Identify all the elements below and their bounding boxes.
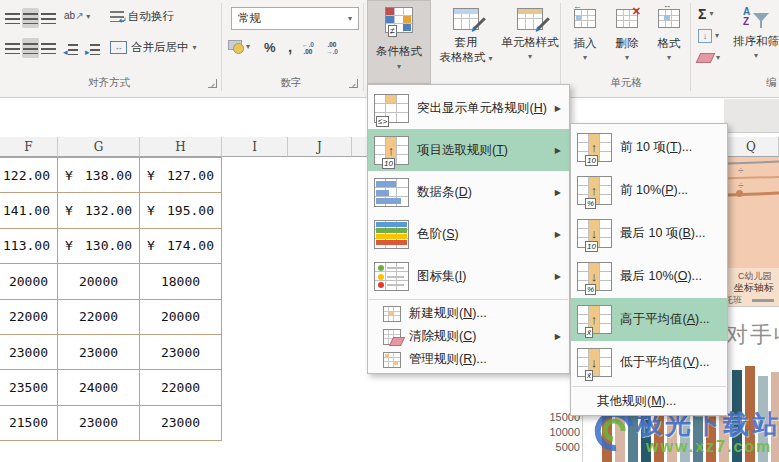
table-cell[interactable]: 23000 [140,406,222,441]
y-tick: 10000 [544,425,580,440]
table-cell[interactable]: 18000 [140,264,222,299]
column-header-h[interactable]: H [140,137,222,157]
insert-cells-button[interactable]: ← 插入 ▾ [565,0,605,84]
below-average-icon: ↓x̄ [577,348,612,377]
table-cell[interactable]: 24000 [58,370,140,405]
submenu-item-more-rules[interactable]: 其他规则(M)... [571,389,727,413]
table-cell[interactable]: 113.00 [0,229,58,264]
merge-center-button[interactable]: ↔ 合并后居中 ▾ [110,40,197,55]
bottom-10-items-icon: ↓10 [577,219,612,248]
table-cell[interactable]: 22000 [140,370,222,405]
menu-item-highlight-cells-rules[interactable]: ≤> 突出显示单元格规则(H) ▶ [368,87,569,129]
flyout-arrow-icon: ▶ [555,272,561,281]
menu-item-manage-rules[interactable]: 管理规则(R)... [368,348,569,371]
chevron-down-icon: ▾ [348,15,352,23]
conditional-formatting-button[interactable]: ≠ 条件格式 ▾ [367,0,431,84]
column-header-g[interactable]: G [58,137,140,157]
table-cell[interactable]: 21500 [0,406,58,441]
table-cell[interactable]: 20000 [0,264,58,299]
text-orientation-button[interactable]: ab↗ ▾ [64,10,90,21]
align-bottom-icon [41,13,56,24]
table-cell[interactable]: ¥132.00 [58,193,140,228]
delete-icon: ✕ [616,9,638,28]
comma-icon: , [288,38,292,55]
chart-point [736,190,743,197]
table-cell[interactable]: 23000 [58,406,140,441]
menu-item-color-scales[interactable]: 色阶(S) ▶ [368,213,569,255]
menu-separator [572,386,726,387]
table-cell[interactable]: ¥174.00 [140,229,222,264]
cell-styles-icon [517,8,543,30]
submenu-item-above-average[interactable]: ↑x̄ 高于平均值(A)... [571,298,727,341]
menu-item-new-rule[interactable]: 新建规则(N)... [368,302,569,325]
excel-window: Q ÷ ÷ C幼儿园 坐标轴标 托班 对手收 15000 10000 5000 … [0,0,779,462]
align-left-button[interactable] [4,38,21,58]
accounting-format-button[interactable]: ▾ [228,40,250,54]
table-cell[interactable]: 23500 [0,370,58,405]
menu-item-data-bars[interactable]: 数据条(D) ▶ [368,171,569,213]
table-cell[interactable]: 22000 [58,300,140,335]
currency-symbol: ¥ [147,203,155,218]
chart-left-border [582,408,583,462]
chevron-down-icon: ▾ [397,63,401,71]
format-as-table-button[interactable]: 套用 表格格式 ▾ [434,0,498,84]
data-bars-icon [374,178,409,207]
comma-style-button[interactable]: , [288,38,292,55]
format-cells-button[interactable]: ↔ 格式 ▾ [649,0,689,84]
group-label-number: 数字 [222,76,360,90]
submenu-item-top-10-items[interactable]: ↑10 前 10 项(T)... [571,126,727,169]
decrease-indent-button[interactable]: ◂ [63,41,78,59]
clear-button[interactable]: ▾ [698,53,720,63]
fill-button[interactable]: ↓ ▾ [698,29,719,43]
column-header-f[interactable]: F [0,137,58,157]
decrease-decimal-button[interactable]: .00 →.0 [326,41,338,55]
submenu-item-bottom-10-percent[interactable]: ↓% 最后 10%(O)... [571,255,727,298]
currency-symbol: ¥ [65,238,73,253]
column-header-j[interactable]: J [288,137,352,157]
decrease-decimal-icon: →.0 [326,48,338,55]
align-middle-icon [23,13,38,24]
cell-styles-button[interactable]: 单元格样式 ▾ [500,0,560,84]
table-cell[interactable]: ¥195.00 [140,193,222,228]
group-separator [363,3,364,91]
table-cell[interactable]: 20000 [58,264,140,299]
table-cell[interactable]: ¥127.00 [140,158,222,193]
align-center-icon [23,43,38,54]
autosum-button[interactable]: Σ ▾ [698,6,713,22]
menu-item-icon-sets[interactable]: 图标集(I) ▶ [368,255,569,297]
currency-symbol: ¥ [147,168,155,183]
align-center-button[interactable] [22,38,39,58]
color-scales-icon [374,220,409,249]
align-top-button[interactable] [4,8,21,28]
submenu-item-bottom-10-items[interactable]: ↓10 最后 10 项(B)... [571,212,727,255]
table-cell[interactable]: ¥138.00 [58,158,140,193]
align-bottom-button[interactable] [40,8,57,28]
table-cell[interactable]: 141.00 [0,193,58,228]
table-cell[interactable]: 20000 [140,300,222,335]
column-header-i[interactable]: I [222,137,288,157]
alignment-dialog-launcher[interactable] [208,79,217,88]
table-cell[interactable]: 23000 [140,335,222,370]
column-header-q[interactable]: Q [724,137,779,157]
increase-decimal-button[interactable]: ←.0 .00 [302,41,314,55]
table-cell[interactable]: 23000 [0,335,58,370]
percent-style-button[interactable]: % [264,40,276,55]
table-cell[interactable]: 122.00 [0,158,58,193]
table-cell[interactable]: 23000 [58,335,140,370]
menu-item-top-bottom-rules[interactable]: ↑10 项目选取规则(T) ▶ [368,129,569,171]
menu-item-clear-rules[interactable]: 清除规则(C) ▶ [368,325,569,348]
align-right-icon [41,43,56,54]
table-cell[interactable]: ¥130.00 [58,229,140,264]
increase-indent-button[interactable]: ▸ [85,41,100,59]
submenu-item-top-10-percent[interactable]: ↑% 前 10%(P)... [571,169,727,212]
sort-filter-button[interactable]: A Z 排序和筛 ▾ [733,0,779,84]
align-right-button[interactable] [40,38,57,58]
table-cell[interactable]: 22000 [0,300,58,335]
number-dialog-launcher[interactable] [349,79,358,88]
delete-cells-button[interactable]: ✕ 删除 ▾ [607,0,647,84]
number-format-select[interactable]: 常规 ▾ [231,7,359,30]
align-middle-button[interactable] [22,8,39,28]
wrap-text-button[interactable]: ↵ 自动换行 [110,9,174,24]
submenu-item-below-average[interactable]: ↓x̄ 低于平均值(V)... [571,341,727,384]
align-left-icon [5,43,20,54]
